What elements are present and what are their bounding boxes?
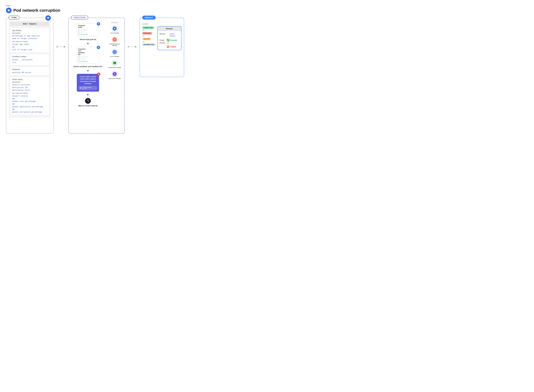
or-1: OR bbox=[142, 30, 156, 31]
app-or: OR bbox=[12, 46, 47, 48]
container-sandbox-title: ContainerandsandboxIDs bbox=[78, 48, 98, 55]
execution-main: TargetedPods bbox=[71, 20, 105, 131]
passed-label: Passed bbox=[170, 39, 177, 41]
chaos-opt-2: packet loss percentage bbox=[12, 100, 47, 103]
connector-arrow bbox=[64, 46, 65, 48]
targeted-pods-title: TargetedPods bbox=[78, 25, 98, 28]
command-probe-item: >>_ COMMAND PROBE bbox=[107, 60, 122, 68]
tune-badge: TUNE bbox=[9, 16, 19, 20]
tune-k8s-icon bbox=[46, 15, 51, 21]
probe-results-row: ProbeResults ✅ Passed OR ❌ Fail bbox=[159, 39, 179, 48]
any-one-tag-app: ANY ONE OF THESE bbox=[12, 41, 47, 42]
step4-label: Wait for Chaos Interval bbox=[78, 105, 98, 107]
clock-icon bbox=[85, 98, 91, 104]
probe-results-values: ✅ Passed OR ❌ Failed bbox=[167, 39, 177, 48]
prometheus-probe-label: PROMETHEUS PROBE bbox=[107, 43, 122, 46]
container-runtime-label: Container runtime bbox=[12, 56, 47, 58]
chaos-opt-1: network latency bbox=[12, 95, 47, 98]
metrics-value: chaos metrics bbox=[170, 33, 179, 37]
sequence-value: parallel OR serial bbox=[12, 71, 47, 74]
status-label: STATUS bbox=[142, 23, 181, 25]
status-completed: COMPLETED bbox=[142, 26, 154, 29]
app-details-row: App Details REQUIRED percentage of app r… bbox=[10, 28, 49, 53]
user-inputs-title: User Inputs bbox=[10, 22, 49, 26]
connector2-arrow bbox=[135, 46, 137, 48]
command-probe-icon: >>_ bbox=[111, 60, 118, 66]
runtime-val-2: crio bbox=[12, 61, 47, 64]
traffic-card: Create traffic control rules inside netw… bbox=[77, 74, 99, 92]
connector-dash bbox=[58, 47, 64, 47]
svg-point-1 bbox=[8, 10, 9, 11]
passed-badge: ✅ Passed bbox=[167, 39, 177, 42]
command-probe-label: COMMAND PROBE bbox=[108, 67, 121, 68]
svg-point-19 bbox=[114, 39, 115, 40]
runtime-val-1: docker , containerd bbox=[12, 59, 47, 61]
traffic-card-title: Create traffic control rules inside netw… bbox=[79, 76, 97, 85]
targeted-pods-k8s-icon bbox=[97, 22, 100, 26]
app-details-label: App Details bbox=[12, 29, 47, 32]
result-badge: RESULT bbox=[142, 16, 156, 20]
probe-or: OR bbox=[167, 43, 177, 44]
execution-section: EXECUTION TargetedPods bbox=[68, 18, 125, 134]
app-field-1: percentage of app replicas bbox=[12, 35, 47, 37]
svg-point-11 bbox=[98, 74, 99, 75]
svg-point-27 bbox=[113, 72, 116, 76]
or-2: OR bbox=[142, 35, 156, 37]
app-option-2: list of target pods bbox=[12, 48, 47, 51]
down-arrow-3: ▼ bbox=[87, 93, 89, 96]
output-title: Output bbox=[158, 26, 181, 31]
step1-label: Derive final pod list bbox=[80, 38, 96, 41]
chaos-field-1: network interface bbox=[12, 84, 47, 86]
chaos-or-1: OR bbox=[12, 98, 47, 100]
tune-section: TUNE User Inputs App Details REQUIRED pe… bbox=[6, 18, 53, 134]
http-probe-item: HTTP PROBE bbox=[107, 49, 122, 57]
svg-point-7 bbox=[98, 47, 99, 48]
container-sandbox-card: ContainerandsandboxIDs bbox=[77, 47, 99, 64]
targeted-pods-card: TargetedPods bbox=[77, 23, 99, 37]
app-option-1: target app label bbox=[12, 43, 47, 46]
chaos-or-3: OR bbox=[12, 108, 47, 111]
connector-tune-exec bbox=[56, 18, 65, 48]
kubernetes-icon bbox=[6, 8, 12, 13]
svg-point-28 bbox=[114, 73, 115, 74]
http-probe-label: HTTP PROBE bbox=[110, 56, 119, 57]
output-body: Metrics chaos metrics ProbeResults ✅ Pas… bbox=[158, 31, 181, 50]
svg-point-17 bbox=[114, 28, 115, 29]
chaos-opt-3: packet duplication percentage bbox=[12, 105, 47, 108]
chaos-opt-4: packet corruption percentage bbox=[12, 111, 47, 113]
status-incompleted: INCOMPLETED bbox=[142, 43, 155, 46]
down-arrow-2: ▼ bbox=[87, 69, 89, 72]
metrics-label: Metrics bbox=[159, 33, 168, 35]
probe-results-label: ProbeResults bbox=[159, 39, 165, 44]
container-k8s-icon bbox=[97, 46, 100, 50]
check-icon: ✅ bbox=[167, 39, 170, 42]
container-runtime-row: Container runtime docker , containerd cr… bbox=[10, 54, 49, 65]
metrics-row: Metrics chaos metrics bbox=[159, 33, 179, 37]
sequence-label: Sequence bbox=[12, 68, 47, 70]
srm-probe-label: SRM SLO PROBE bbox=[109, 78, 121, 79]
required-tag-app: REQUIRED bbox=[12, 32, 47, 34]
fault-label: Fault bbox=[6, 5, 528, 7]
svg-point-5 bbox=[98, 24, 99, 24]
privilege-badge: i Privilege access required bbox=[79, 86, 97, 90]
chaos-inputs-row: Chaos Inputs REQUIRED network interface … bbox=[10, 77, 49, 115]
chaos-or-2: OR bbox=[12, 103, 47, 105]
srm-probe-item: SRM SLO PROBE bbox=[107, 71, 122, 79]
output-card: Output Metrics chaos metrics ProbeResult… bbox=[158, 26, 181, 50]
prometheus-probe-item: PROMETHEUS PROBE bbox=[107, 36, 122, 46]
page-title: Pod network corruption bbox=[13, 8, 60, 13]
srm-probe-icon bbox=[111, 71, 118, 77]
k8s-probe-item: K8S PROBE bbox=[107, 25, 122, 34]
traffic-k8s-icon bbox=[97, 73, 100, 76]
k8s-probe-label: K8S PROBE bbox=[111, 32, 119, 34]
chaos-field-3: destination hosts bbox=[12, 89, 47, 92]
sequence-row: Sequence parallel OR serial bbox=[10, 67, 49, 76]
result-inner: COMPLETED OR ERRORED OR QUEUED OR INCOMP… bbox=[142, 26, 181, 50]
http-probe-icon bbox=[111, 49, 118, 55]
app-field-2: name of target container bbox=[12, 37, 47, 40]
down-arrow-1: ▼ bbox=[87, 42, 89, 45]
required-tag-chaos: REQUIRED bbox=[12, 81, 47, 83]
k8s-probe-icon bbox=[111, 25, 118, 32]
execution-badge: EXECUTION bbox=[71, 16, 88, 20]
svg-text:>>_: >>_ bbox=[114, 62, 116, 64]
